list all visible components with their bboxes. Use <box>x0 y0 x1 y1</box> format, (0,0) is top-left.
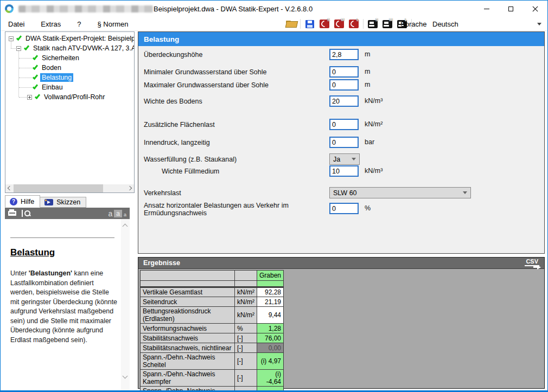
row-label: Stabilitätsnachweis, nichtlinear <box>141 343 235 353</box>
help-heading: Belastung <box>10 247 55 258</box>
print-medium-button[interactable]: M <box>382 18 393 29</box>
tab-skizzen[interactable]: Skizzen <box>40 197 86 208</box>
tree-connector <box>19 87 32 88</box>
tree-connector <box>19 78 32 78</box>
innendruck-input[interactable] <box>329 137 359 148</box>
wichte-fuellmedium-input[interactable] <box>329 165 359 177</box>
row-value: 92,28 <box>257 287 284 297</box>
ansatz-horizontal-input[interactable] <box>329 203 359 214</box>
help-search-button[interactable] <box>22 210 30 217</box>
row-value: 9,44 <box>257 307 284 324</box>
tree-item-boden[interactable]: Boden <box>33 63 63 73</box>
flaechenlast-input[interactable] <box>329 119 359 130</box>
divider <box>10 237 114 238</box>
pdf-medium-badge: M <box>341 17 345 22</box>
belastung-form: Belastung Überdeckungshöhe m Minimaler G… <box>138 31 545 254</box>
help-vertical-scrollbar[interactable] <box>121 219 130 391</box>
verkehrslast-dropdown[interactable]: SLW 60 <box>329 187 471 198</box>
help-paragraph: Unter 'Belastungen' kann eine Lastfallko… <box>10 269 119 345</box>
ueberdeckungshoehe-input[interactable] <box>329 49 359 60</box>
tree-item-project[interactable]: DWA Statik-Expert-Projekt: Beispielproje… <box>9 34 135 43</box>
font-size-small-button[interactable]: a <box>124 212 126 217</box>
results-panel: Ergebnisse CSV Graben Vertikale Gesamtla… <box>138 257 545 389</box>
chevron-down-icon <box>352 158 356 160</box>
row-unit: [-] <box>235 333 257 343</box>
results-empty-row <box>141 281 284 287</box>
tree-connector <box>19 68 32 68</box>
csv-export-button[interactable]: CSV <box>525 258 539 266</box>
pdf-export-large-button[interactable]: L <box>348 18 359 29</box>
row-value: 76,00 <box>257 333 284 343</box>
menu-item-normen[interactable]: § Normen <box>96 19 129 29</box>
expand-icon[interactable] <box>27 95 32 100</box>
open-project-button[interactable] <box>285 18 296 29</box>
close-button[interactable] <box>523 1 547 17</box>
language-label: Sprache <box>400 17 426 31</box>
language-dropdown[interactable]: Deutsch <box>429 18 545 29</box>
tree-item-statik[interactable]: Statik nach ATV-DVWK-A 127, 3.Aufl <box>16 43 135 53</box>
toolbar-separator <box>363 19 364 29</box>
collapse-icon[interactable] <box>9 36 14 41</box>
pdf-export-medium-button[interactable]: M <box>334 18 345 29</box>
menu-item-hilfe[interactable]: ? <box>76 19 82 29</box>
results-title: Ergebnisse <box>143 259 180 267</box>
app-icon <box>5 4 14 13</box>
field-label-ansatz-horizontal: Ansatz horizontaler Belastungen aus Verk… <box>144 202 327 217</box>
field-label-wichte-boden: Wichte des Bodens <box>144 98 327 105</box>
wichte-boden-input[interactable] <box>329 95 359 107</box>
field-label-max-grundwasser: Maximaler Grundwasserstand über Sohle <box>144 81 327 89</box>
field-label-wichte-fuellmedium: Wichte Füllmedium <box>162 168 345 175</box>
row-value: (i) 4,05 <box>257 387 284 392</box>
row-unit: [-] <box>235 343 257 353</box>
tree-connector <box>19 58 32 59</box>
wasserfuellung-dropdown[interactable]: Ja <box>329 153 360 165</box>
verkehrslast-value: SLW 60 <box>333 189 357 197</box>
tree-connector <box>19 97 27 98</box>
tree-item-sicherheiten[interactable]: Sicherheiten <box>33 53 81 63</box>
row-label: Seitendruck <box>141 297 235 307</box>
help-text: kann eine Lastfallkombination definiert … <box>10 269 117 344</box>
collapse-icon[interactable] <box>16 46 21 51</box>
tab-skizzen-label: Skizzen <box>56 198 80 206</box>
field-label-wasserfuellung: Wasserfüllung (z.B. Staukanal) <box>144 156 327 163</box>
tab-hilfe[interactable]: Hilfe <box>5 195 40 208</box>
app-window: Beispielprojekt.dwa - DWA Statik-Expert … <box>0 0 548 392</box>
field-label-flaechenlast: Zusätzliche Flächenlast <box>144 121 327 128</box>
row-value: 0,00 <box>257 343 284 353</box>
tree-item-vollwand[interactable]: Vollwand/Profil-Rohr <box>27 92 106 102</box>
side-tabs: Hilfe Skizzen <box>5 195 86 208</box>
pdf-export-small-button[interactable]: S <box>319 18 330 29</box>
menu-bar: Datei Extras ? § Normen S M L S M L Spra… <box>1 17 547 31</box>
magnifier-icon <box>22 210 30 217</box>
help-panel: Belastung Unter 'Belastungen' kann eine … <box>5 219 130 391</box>
table-row: Verformungsnachweis % 1,28 <box>141 324 284 333</box>
title-bar: Beispielprojekt.dwa - DWA Statik-Expert … <box>1 1 547 17</box>
min-grundwasser-input[interactable] <box>329 66 359 78</box>
font-size-large-button[interactable]: a <box>109 210 113 217</box>
form-title: Belastung <box>138 32 544 46</box>
table-row: Stabilitätsnachweis [-] 76,00 <box>141 333 284 343</box>
tree-item-label: Boden <box>40 63 63 72</box>
row-label: Spann.-/Dehn.-Nachweis Scheitel <box>141 353 235 370</box>
minimize-button[interactable] <box>474 1 499 17</box>
language-value: Deutsch <box>432 20 458 28</box>
scrollbar-thumb[interactable] <box>14 184 103 192</box>
tree-item-einbau[interactable]: Einbau <box>33 82 65 92</box>
max-grundwasser-input[interactable] <box>329 79 359 91</box>
tree-horizontal-scrollbar[interactable] <box>5 184 134 192</box>
menu-item-extras[interactable]: Extras <box>40 19 62 29</box>
row-label: Spann.-/Dehn.-Nachweis Sohle <box>141 387 235 392</box>
menu-item-datei[interactable]: Datei <box>7 19 26 29</box>
maximize-button[interactable] <box>499 1 523 17</box>
tree-item-belastung[interactable]: Belastung <box>33 73 73 82</box>
save-button[interactable] <box>304 18 315 29</box>
table-row: Spann.-/Dehn.-Nachweis Kaempfer [-] (i) … <box>141 370 284 387</box>
row-unit: kN/m² <box>235 307 257 324</box>
help-print-button[interactable] <box>8 211 16 216</box>
font-size-medium-button[interactable]: a <box>114 210 122 217</box>
window-title: Beispielprojekt.dwa - DWA Statik-Expert … <box>154 5 313 13</box>
print-small-button[interactable]: S <box>367 18 378 29</box>
window-controls <box>474 1 547 17</box>
field-label-verkehrslast: Verkehrslast <box>144 189 327 197</box>
font-size-controls: a a a <box>109 210 127 217</box>
